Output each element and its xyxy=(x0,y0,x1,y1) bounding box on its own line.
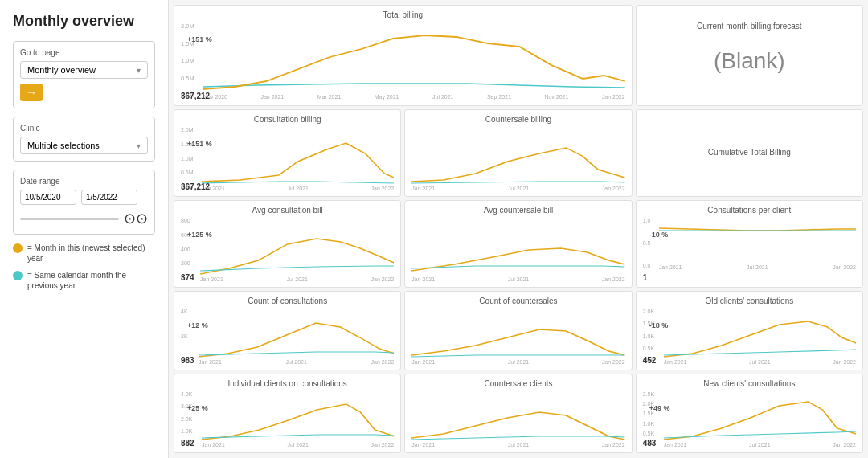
countersale-clients-chart: Jan 2021Jul 2021Jan 2022 xyxy=(411,390,624,448)
count-consultations-chart: Jan 2021Jul 2021Jan 2022 xyxy=(199,307,394,365)
count-consultations-value: 983 xyxy=(181,356,194,365)
consultation-billing-badge: +151 % xyxy=(187,140,212,148)
avg-consultation-y: 8006004002000 xyxy=(181,216,200,282)
countersale-x-labels: Jan 2021Jul 2021Jan 2022 xyxy=(411,186,624,191)
new-clients-badge: +49 % xyxy=(649,404,670,412)
total-billing-x-labels: Nov 2020Jan 2021Mar 2021May 2021Jul 2021… xyxy=(203,93,625,100)
count-countersales-x: Jan 2021Jul 2021Jan 2022 xyxy=(411,359,624,365)
countersale-clients-title: Countersale clients xyxy=(411,379,624,388)
count-consultations-card: Count of consultations +12 % 4K2K0K xyxy=(174,291,401,370)
nc-x: Jan 2021Jul 2021Jan 2022 xyxy=(664,442,856,448)
avg-consultation-x: Jan 2021Jul 2021Jan 2022 xyxy=(200,276,394,282)
date-label: Date range xyxy=(20,177,148,186)
total-billing-badge: +151 % xyxy=(187,35,212,43)
legend-teal-text: = Same calendar month the previous year xyxy=(27,270,155,291)
total-billing-title: Total billing xyxy=(181,10,625,19)
legend-teal-item: = Same calendar month the previous year xyxy=(13,270,155,291)
avg-consultation-badge: +125 % xyxy=(187,231,212,239)
charts-grid: Total billing +151 % 2.0M1.5M1.0M0.5M0.0… xyxy=(174,5,863,453)
countersale-billing-card: Countersale billing Jan 2021Jul 2021Jan … xyxy=(404,109,632,197)
consultations-per-client-title: Consultations per client xyxy=(643,206,856,215)
date-inputs xyxy=(20,190,148,205)
clinic-value: Multiple selections xyxy=(27,141,100,150)
goto-value: Monthly overview xyxy=(27,65,96,75)
clinic-label: Clinic xyxy=(20,124,148,133)
consultation-billing-title: Consultation billing xyxy=(181,115,394,124)
clinic-dropdown[interactable]: Multiple selections ▾ xyxy=(20,137,148,154)
count-consultations-badge: +12 % xyxy=(187,321,208,329)
count-countersales-title: Count of countersales xyxy=(411,296,624,305)
consultation-billing-chart: Jan 2021Jul 2021Jan 2022 xyxy=(202,125,394,191)
total-billing-y-axis: 2.0M1.5M1.0M0.5M0.0M xyxy=(181,21,203,100)
current-month-card: Current month billing forecast (Blank) xyxy=(636,5,863,106)
new-clients-value: 483 xyxy=(643,439,657,448)
avg-consultation-chart: Jan 2021Jul 2021Jan 2022 xyxy=(200,216,394,282)
date-end-input[interactable] xyxy=(81,190,137,205)
individual-clients-badge: +25 % xyxy=(187,404,208,412)
old-clients-value: 452 xyxy=(643,356,657,365)
cumulative-total-title: Cumulative Total Billing xyxy=(708,148,791,157)
count-countersales-card: Count of countersales Jan 2021Jul 2021Ja… xyxy=(404,291,632,370)
individual-clients-chart: Jan 2021Jul 2021Jan 2022 xyxy=(202,390,394,448)
new-clients-title: New clients' consultations xyxy=(643,379,856,388)
orange-dot xyxy=(13,243,23,253)
avg-countersale-title: Avg countersale bill xyxy=(411,206,624,215)
goto-dropdown[interactable]: Monthly overview ▾ xyxy=(20,61,148,79)
total-billing-card: Total billing +151 % 2.0M1.5M1.0M0.5M0.0… xyxy=(174,5,633,106)
goto-section: Go to page Monthly overview ▾ → xyxy=(13,41,155,108)
total-billing-chart: Nov 2020Jan 2021Mar 2021May 2021Jul 2021… xyxy=(203,21,625,100)
calendar-icon[interactable]: ⊙⊙ xyxy=(124,210,148,227)
cpc-value: 1 xyxy=(643,273,648,282)
total-billing-value: 367,212 xyxy=(181,92,210,100)
clinic-section: Clinic Multiple selections ▾ xyxy=(13,117,155,162)
consultations-per-client-card: Consultations per client -10 % 1.00.50.0 xyxy=(636,200,863,288)
avg-countersale-chart: Jan 2021Jul 2021Jan 2022 xyxy=(411,216,624,282)
countersale-clients-x: Jan 2021Jul 2021Jan 2022 xyxy=(411,442,624,448)
avg-countersale-card: Avg countersale bill Jan 2021Jul 2021Jan… xyxy=(404,200,632,288)
main-content: Total billing +151 % 2.0M1.5M1.0M0.5M0.0… xyxy=(169,0,868,458)
old-clients-badge: -18 % xyxy=(649,321,669,329)
new-clients-card: New clients' consultations +49 % 2.5K2.0… xyxy=(636,374,863,453)
current-month-title: Current month billing forecast xyxy=(643,22,856,31)
legend: = Month in this (newest selected) year =… xyxy=(13,243,155,291)
date-slider[interactable] xyxy=(20,218,119,220)
avg-consultation-value: 374 xyxy=(181,273,194,282)
legend-orange-text: = Month in this (newest selected) year xyxy=(27,243,155,264)
avg-consultation-card: Avg consultation bill +125 % 80060040020… xyxy=(174,200,401,288)
chevron-down-icon: ▾ xyxy=(137,141,141,150)
ic-x: Jan 2021Jul 2021Jan 2022 xyxy=(202,442,394,448)
countersale-billing-title: Countersale billing xyxy=(411,115,624,124)
old-clients-title: Old clients' consultations xyxy=(643,296,856,305)
cpc-chart: Jan 2021Jul 2021Jan 2022 xyxy=(659,216,856,270)
oc-x: Jan 2021Jul 2021Jan 2022 xyxy=(664,359,856,365)
consultation-billing-value: 367,212 xyxy=(181,182,210,191)
new-clients-chart: Jan 2021Jul 2021Jan 2022 xyxy=(664,390,856,448)
old-clients-card: Old clients' consultations -18 % 2.0K1.5… xyxy=(636,291,863,370)
date-section: Date range ⊙⊙ xyxy=(13,170,155,235)
consultation-billing-card: Consultation billing +151 % 2.0M1.5M1.0M… xyxy=(174,109,401,197)
cumulative-total-card: Cumulative Total Billing xyxy=(636,109,863,197)
teal-dot xyxy=(13,271,23,280)
avg-consultation-title: Avg consultation bill xyxy=(181,206,394,215)
cpc-x: Jan 2021Jul 2021Jan 2022 xyxy=(659,264,856,270)
sidebar-title: Monthly overview xyxy=(13,13,155,30)
consultation-x-labels: Jan 2021Jul 2021Jan 2022 xyxy=(202,186,394,191)
countersale-billing-chart: Jan 2021Jul 2021Jan 2022 xyxy=(411,125,624,191)
individual-clients-title: Individual clients on consultations xyxy=(181,379,394,388)
date-start-input[interactable] xyxy=(20,190,76,205)
countersale-clients-card: Countersale clients Jan 2021Jul 2021Jan … xyxy=(404,374,632,453)
avg-countersale-x: Jan 2021Jul 2021Jan 2022 xyxy=(411,276,624,282)
cc-x: Jan 2021Jul 2021Jan 2022 xyxy=(199,359,394,365)
old-clients-chart: Jan 2021Jul 2021Jan 2022 xyxy=(664,307,856,365)
blank-text: (Blank) xyxy=(643,32,856,90)
sidebar: Monthly overview Go to page Monthly over… xyxy=(0,0,169,458)
legend-orange-item: = Month in this (newest selected) year xyxy=(13,243,155,264)
goto-label: Go to page xyxy=(20,48,148,57)
consultations-per-client-badge: -10 % xyxy=(649,231,669,239)
cpc-y: 1.00.50.0 xyxy=(643,216,659,270)
goto-nav-button[interactable]: → xyxy=(20,84,43,101)
count-consultations-title: Count of consultations xyxy=(181,296,394,305)
consultation-y-axis: 2.0M1.5M1.0M0.5M0.0M xyxy=(181,125,202,191)
chevron-down-icon: ▾ xyxy=(137,66,141,75)
count-countersales-chart: Jan 2021Jul 2021Jan 2022 xyxy=(411,307,624,365)
